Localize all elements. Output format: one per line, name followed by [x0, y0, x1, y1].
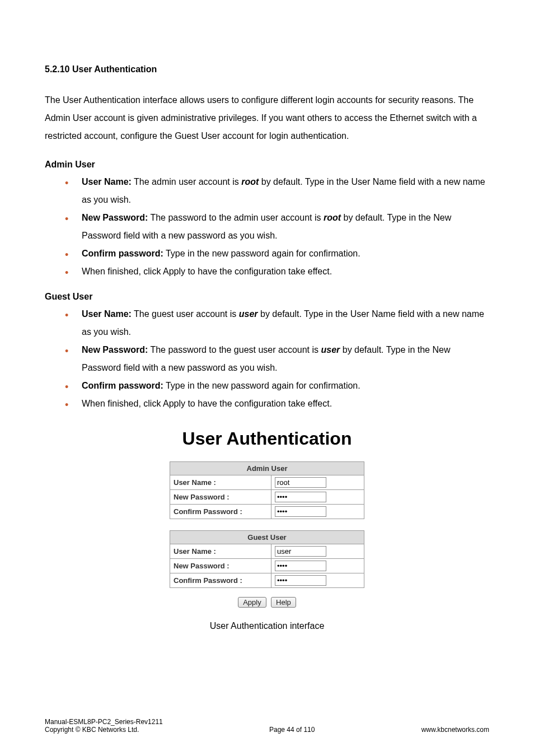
text: Type in the new password again for confi… — [163, 381, 360, 390]
admin-new-password-input[interactable] — [275, 492, 326, 502]
list-item: When finished, click Apply to have the c… — [71, 263, 489, 281]
list-item: New Password: The password to the guest … — [71, 341, 489, 377]
label-text: Confirm password: — [82, 249, 163, 258]
text: When finished, click Apply to have the c… — [82, 399, 332, 408]
footer-url: www.kbcnetworks.com — [421, 726, 489, 734]
text: The password to the admin user account i… — [148, 213, 324, 222]
row-label: User Name : — [170, 544, 271, 559]
apply-button[interactable]: Apply — [238, 597, 266, 608]
row-label: New Password : — [170, 490, 271, 505]
text: Type in the new password again for confi… — [163, 249, 360, 258]
text: The admin user account is — [132, 177, 241, 186]
label-text: User Name: — [82, 177, 132, 186]
list-item: Confirm password: Type in the new passwo… — [71, 377, 489, 395]
figure-caption: User Authentication interface — [210, 621, 325, 631]
row-label: Confirm Password : — [170, 505, 271, 519]
label-text: User Name: — [82, 309, 132, 319]
admin-username-input[interactable] — [275, 477, 326, 488]
text: When finished, click Apply to have the c… — [82, 267, 332, 276]
label-text: Confirm password: — [82, 381, 163, 390]
guest-user-list: User Name: The guest user account is use… — [45, 305, 489, 413]
list-item: When finished, click Apply to have the c… — [71, 395, 489, 413]
footer-page-number: Page 44 of 110 — [163, 726, 421, 734]
guest-username-input[interactable] — [275, 546, 326, 557]
admin-user-table: Admin User User Name : New Password : Co… — [170, 461, 364, 519]
section-heading: 5.2.10 User Authentication — [45, 64, 489, 74]
list-item: User Name: The guest user account is use… — [71, 305, 489, 341]
emphasis: root — [241, 177, 259, 186]
admin-user-heading: Admin User — [45, 160, 489, 170]
panel-title: User Authentication — [45, 428, 489, 449]
list-item: New Password: The password to the admin … — [71, 209, 489, 245]
label-text: New Password: — [82, 213, 148, 222]
footer-manual: Manual-ESML8P-PC2_Series-Rev1211 — [45, 718, 163, 726]
admin-confirm-password-input[interactable] — [275, 506, 326, 517]
guest-user-heading: Guest User — [45, 292, 489, 302]
text: The guest user account is — [132, 309, 239, 319]
admin-user-list: User Name: The admin user account is roo… — [45, 173, 489, 281]
list-item: Confirm password: Type in the new passwo… — [71, 245, 489, 263]
label-text: New Password: — [82, 345, 148, 354]
table-header: Guest User — [170, 531, 364, 544]
emphasis: user — [321, 345, 340, 354]
intro-paragraph: The User Authentication interface allows… — [45, 91, 489, 145]
list-item: User Name: The admin user account is roo… — [71, 173, 489, 209]
emphasis: user — [239, 309, 258, 319]
emphasis: root — [324, 213, 341, 222]
guest-new-password-input[interactable] — [275, 561, 326, 571]
row-label: User Name : — [170, 475, 271, 490]
table-header: Admin User — [170, 462, 364, 475]
guest-user-table: Guest User User Name : New Password : Co… — [170, 530, 364, 588]
guest-confirm-password-input[interactable] — [275, 575, 326, 586]
page-footer: Manual-ESML8P-PC2_Series-Rev1211 Copyrig… — [45, 718, 489, 734]
row-label: Confirm Password : — [170, 573, 271, 588]
row-label: New Password : — [170, 559, 271, 573]
text: The password to the guest user account i… — [148, 345, 321, 354]
footer-copyright: Copyright © KBC Networks Ltd. — [45, 726, 163, 734]
help-button[interactable]: Help — [271, 597, 296, 608]
